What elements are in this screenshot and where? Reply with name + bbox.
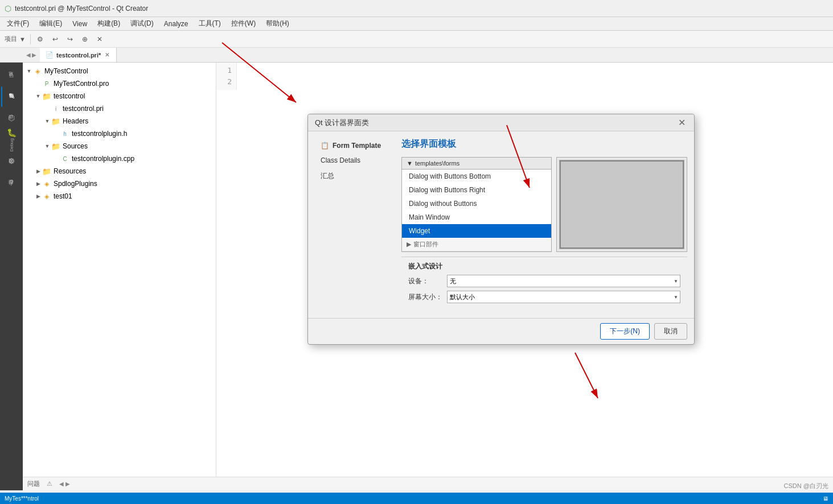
dialog-section-title: 选择界面模板 — [401, 138, 687, 150]
list-item-widget[interactable]: Widget — [402, 224, 551, 238]
nav-label-summary: 汇总 — [321, 171, 334, 181]
screen-select-wrapper: 默认大小 — [447, 291, 680, 303]
dialog-title-bar: Qt 设计器界面类 ✕ — [308, 114, 694, 131]
list-item-dialog-right[interactable]: Dialog with Buttons Right — [402, 183, 551, 197]
template-list: ▼ templates\forms Dialog with Buttons Bo… — [401, 157, 552, 252]
list-header: ▼ templates\forms — [402, 158, 551, 170]
dialog-nav: 📋 Form Template Class Details 汇总 — [315, 138, 395, 311]
preview-area — [556, 157, 687, 252]
subgroup-label: 窗口部件 — [413, 240, 438, 249]
dialog-title: Qt 设计器界面类 — [315, 118, 369, 128]
list-subgroup: ▶ 窗口部件 — [402, 238, 551, 251]
dialog-close-btn[interactable]: ✕ — [676, 117, 687, 129]
next-btn[interactable]: 下一步(N) — [600, 323, 650, 340]
preview-inner — [559, 160, 684, 249]
new-class-dialog: Qt 设计器界面类 ✕ 📋 Form Template Class Detail… — [307, 114, 695, 345]
list-item-main-window[interactable]: Main Window — [402, 210, 551, 224]
form-row-screen: 屏幕大小： 默认大小 — [408, 291, 680, 303]
nav-label-class: Class Details — [321, 156, 360, 164]
header-arrow: ▼ — [407, 160, 413, 167]
dialog-nav-summary[interactable]: 汇总 — [315, 168, 395, 184]
dialog-body: 📋 Form Template Class Details 汇总 选择界面模板 — [308, 131, 694, 318]
form-template-icon: 📋 — [321, 142, 329, 150]
form-row-device: 设备： 无 — [408, 275, 680, 287]
device-select-wrapper: 无 — [447, 275, 680, 287]
list-item-dialog-no-btn[interactable]: Dialog without Buttons — [402, 197, 551, 210]
widget-preview — [560, 160, 684, 249]
embedded-title: 嵌入式设计 — [408, 262, 680, 271]
cancel-btn[interactable]: 取消 — [654, 323, 687, 340]
dialog-right: 选择界面模板 ▼ templates\forms Dialog with But… — [401, 138, 687, 311]
dialog-content-row: ▼ templates\forms Dialog with Buttons Bo… — [401, 157, 687, 252]
device-label: 设备： — [408, 276, 442, 286]
dialog-nav-class-details[interactable]: Class Details — [315, 153, 395, 168]
template-list-container: ▼ templates\forms Dialog with Buttons Bo… — [401, 157, 552, 252]
list-group-header: templates\forms — [415, 160, 459, 167]
embedded-section: 嵌入式设计 设备： 无 屏幕大小： 默认大小 — [401, 257, 687, 311]
screen-label: 屏幕大小： — [408, 292, 442, 302]
subgroup-arrow: ▶ — [407, 241, 411, 248]
nav-label-form: Form Template — [333, 142, 381, 150]
device-select[interactable]: 无 — [447, 275, 680, 287]
screen-select[interactable]: 默认大小 — [447, 291, 680, 303]
dialog-overlay: Qt 设计器界面类 ✕ 📋 Form Template Class Detail… — [0, 0, 833, 504]
dialog-nav-form-template[interactable]: 📋 Form Template — [315, 138, 395, 153]
dialog-footer: 下一步(N) 取消 — [308, 318, 694, 344]
list-item-dialog-bottom[interactable]: Dialog with Buttons Bottom — [402, 170, 551, 183]
